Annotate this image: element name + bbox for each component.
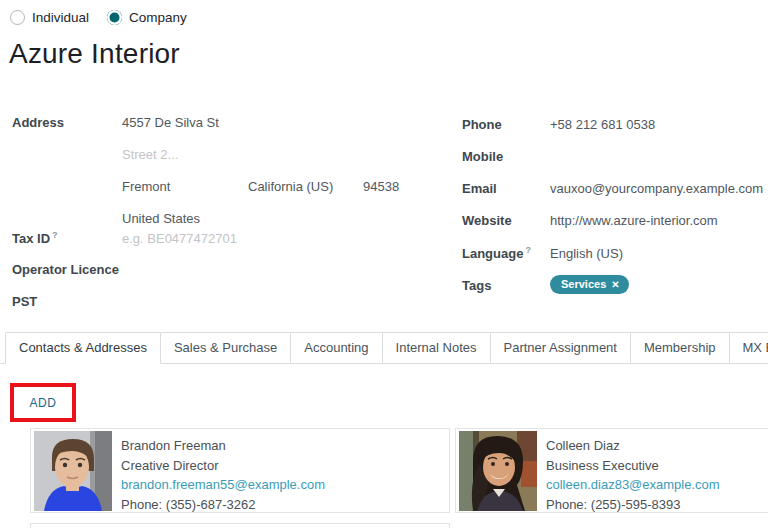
contact-email-link[interactable]: brandon.freeman55@example.com <box>121 475 325 495</box>
radio-company[interactable]: Company <box>107 10 187 25</box>
city-field[interactable]: Fremont <box>122 179 170 194</box>
zip-field[interactable]: 94538 <box>363 179 399 194</box>
tax-id-label: Tax ID? <box>12 230 58 246</box>
website-field[interactable]: http://www.azure-interior.com <box>550 213 718 228</box>
contact-job-title: Creative Director <box>121 456 325 476</box>
tab-internal-notes[interactable]: Internal Notes <box>383 332 491 363</box>
tab-mx-edi[interactable]: MX EDI <box>730 332 768 363</box>
tax-id-field[interactable]: e.g. BE0477472701 <box>122 231 237 246</box>
tab-membership[interactable]: Membership <box>631 332 730 363</box>
contact-phone: Phone: (355)-687-3262 <box>121 495 325 515</box>
contact-card-brandon[interactable]: Brandon Freeman Creative Director brando… <box>30 428 450 513</box>
remove-tag-icon[interactable]: ✕ <box>611 278 619 291</box>
mobile-label: Mobile <box>462 149 503 164</box>
email-label: Email <box>462 181 497 196</box>
company-type-selector: Individual Company <box>10 10 187 25</box>
contact-card-text: Brandon Freeman Creative Director brando… <box>112 429 325 512</box>
tab-sales-purchase[interactable]: Sales & Purchase <box>161 332 291 363</box>
contact-form-page: Individual Company Azure Interior Addres… <box>0 0 768 528</box>
country-field[interactable]: United States <box>122 211 200 226</box>
language-field[interactable]: English (US) <box>550 246 623 261</box>
contact-card-colleen[interactable]: Colleen Diaz Business Executive colleen.… <box>455 428 768 513</box>
language-help-icon: ? <box>525 245 531 255</box>
radio-company-icon[interactable] <box>107 10 122 25</box>
radio-individual[interactable]: Individual <box>10 10 89 25</box>
street-field[interactable]: 4557 De Silva St <box>122 115 219 130</box>
tags-label: Tags <box>462 278 491 293</box>
contact-name: Colleen Diaz <box>546 436 720 456</box>
website-label: Website <box>462 213 512 228</box>
tab-contacts-addresses[interactable]: Contacts & Addresses <box>5 332 161 364</box>
radio-individual-icon[interactable] <box>10 10 25 25</box>
operator-licence-label: Operator Licence <box>12 262 119 277</box>
company-name-field[interactable]: Azure Interior <box>9 38 180 70</box>
tag-services-text: Services <box>561 278 606 291</box>
phone-label: Phone <box>462 117 502 132</box>
language-label: Language? <box>462 245 531 261</box>
address-label: Address <box>12 115 64 130</box>
contact-phone: Phone: (255)-595-8393 <box>546 495 720 515</box>
annotation-red-rectangle: ADD <box>10 383 76 422</box>
pst-label: PST <box>12 294 37 309</box>
tax-id-help-icon: ? <box>52 230 58 240</box>
tab-accounting[interactable]: Accounting <box>291 332 382 363</box>
radio-company-label: Company <box>129 10 187 25</box>
tab-partner-assignment[interactable]: Partner Assignment <box>491 332 631 363</box>
notebook-tabs: Contacts & Addresses Sales & Purchase Ac… <box>0 333 768 364</box>
contact-name: Brandon Freeman <box>121 436 325 456</box>
radio-individual-label: Individual <box>32 10 89 25</box>
contact-photo <box>34 431 112 511</box>
phone-field[interactable]: +58 212 681 0538 <box>550 117 655 132</box>
contact-card-partial[interactable] <box>30 523 450 528</box>
contact-card-text: Colleen Diaz Business Executive colleen.… <box>537 429 720 512</box>
email-field[interactable]: vauxoo@yourcompany.example.com <box>550 181 763 196</box>
contact-photo <box>459 431 537 511</box>
tag-services[interactable]: Services ✕ <box>550 275 629 294</box>
add-contact-button[interactable]: ADD <box>29 396 56 410</box>
state-field[interactable]: California (US) <box>248 179 333 194</box>
contact-email-link[interactable]: colleen.diaz83@example.com <box>546 475 720 495</box>
contact-job-title: Business Executive <box>546 456 720 476</box>
street2-field[interactable]: Street 2... <box>122 147 178 162</box>
